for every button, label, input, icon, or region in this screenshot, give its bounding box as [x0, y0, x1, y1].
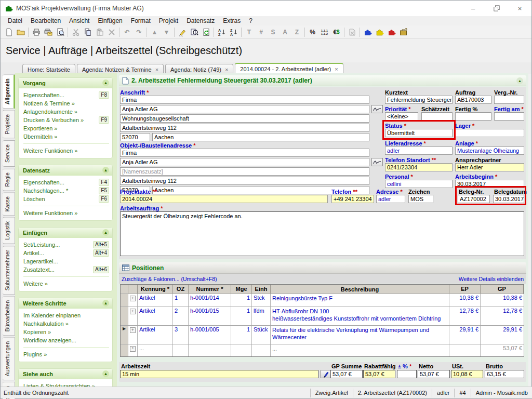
expand-icon[interactable]: +	[130, 296, 136, 301]
telefon-standort-field[interactable]: 0241/23304	[385, 163, 453, 171]
cell-beschreibung[interactable]: HT-Abflußrohr DN 100 heißwasserbeständig…	[271, 307, 449, 325]
cell-mge[interactable]	[231, 344, 252, 356]
cell-einh[interactable]	[252, 344, 271, 356]
cell-ep[interactable]: 10,38 €	[449, 294, 481, 307]
col-kennung[interactable]: Kennung *	[138, 285, 173, 294]
sidebar-item-nachschlagen[interactable]: Nachschlagen... *F5	[23, 187, 109, 195]
edit-button[interactable]	[176, 26, 188, 38]
undo-button[interactable]: ↶	[121, 26, 133, 38]
cell-gp[interactable]: 29,91 €	[481, 326, 524, 344]
new-record-cell[interactable]: *	[128, 344, 138, 356]
menu-bearbeiten[interactable]: Bearbeiten	[26, 16, 65, 25]
format-text-button[interactable]: T	[243, 26, 255, 38]
cell-einh[interactable]: Stck	[252, 294, 271, 307]
col-ep[interactable]: EP	[449, 285, 481, 294]
move-up-button[interactable]: ▲	[149, 26, 161, 38]
cell-mge[interactable]: 1	[231, 307, 252, 325]
sort-descending-button[interactable]: ZA	[228, 26, 240, 38]
tab-agenda-notizen-termine[interactable]: Agenda: Notizen & Termine×	[77, 64, 164, 74]
sidebar-item-lagerartikel[interactable]: Lagerartikel...	[23, 257, 109, 265]
schaetzzeit-field[interactable]	[421, 112, 453, 121]
numbering-button[interactable]: 1.1.1 1.1.2	[318, 26, 330, 38]
sidebar-item-eigenschaften-datensatz[interactable]: Eigenschaften...F4	[23, 178, 109, 187]
menu-einfuegen[interactable]: Einfügen	[94, 16, 126, 25]
briefcase-button[interactable]	[397, 26, 409, 38]
col-beschreibung[interactable]: Beschreibung	[271, 285, 449, 294]
module-tab-bueroarbeiten[interactable]: Büroarbeiten	[3, 296, 15, 336]
cell-kennung[interactable]: Artikel	[138, 307, 173, 325]
belegdatum-field[interactable]: 30.03.2017	[493, 195, 524, 203]
cell-nummer[interactable]: h-0001/015	[189, 307, 231, 325]
sidebar-item-exportieren[interactable]: Exportieren »	[23, 124, 109, 132]
menu-projekt[interactable]: Projekt	[155, 16, 182, 25]
personal-field[interactable]: cellini	[385, 180, 453, 188]
module-tab-service[interactable]: Service	[3, 140, 15, 167]
cell-oz[interactable]: 1	[173, 294, 189, 307]
vergnr-field[interactable]	[494, 96, 524, 104]
redo-button[interactable]: ↷	[133, 26, 145, 38]
rabattfaehig-field[interactable]: 53,07 €	[363, 370, 395, 378]
zuschlaege-faktoren-link[interactable]: Zuschläge & Faktoren... (Umschalt+F8)	[122, 276, 217, 282]
module-tab-kasse[interactable]: Kasse	[3, 192, 15, 216]
col-oz[interactable]: OZ	[173, 285, 189, 294]
cell-gp[interactable]: 12,78 €	[481, 307, 524, 325]
percent-button[interactable]: %	[307, 26, 318, 38]
objekt-strasse-field[interactable]: Adalbertsteinweg 112	[120, 177, 369, 185]
sidebar-item-uebermitteln[interactable]: Übermitteln »	[23, 132, 109, 141]
collapse-icon[interactable]: ▴	[102, 167, 109, 174]
format-s-button[interactable]: S	[267, 26, 279, 38]
row-selector[interactable]	[121, 294, 128, 307]
collapse-icon[interactable]: ▴	[102, 300, 109, 307]
expand-icon[interactable]: +	[130, 327, 136, 333]
sort-ascending-button[interactable]: AZ	[216, 26, 228, 38]
sidebar-item-plugins[interactable]: Plugins »	[23, 350, 109, 358]
open-button[interactable]	[15, 26, 26, 38]
sidebar-item-artikel[interactable]: Artikel...Alt+4	[23, 249, 109, 257]
module-tab-regie[interactable]: Regie	[3, 168, 15, 191]
anschrift-ort-field[interactable]: Aachen	[152, 133, 369, 141]
status-field[interactable]: Übermittelt	[385, 129, 453, 137]
expand-cell[interactable]: +	[128, 326, 138, 344]
copy-button[interactable]	[82, 26, 94, 38]
row-selector[interactable]	[121, 344, 128, 356]
fertig-prozent-field[interactable]	[455, 112, 491, 121]
find-button[interactable]	[188, 26, 200, 38]
cell-beschreibung[interactable]: ...	[271, 344, 449, 356]
close-button[interactable]: ×	[508, 1, 531, 16]
format-a-button[interactable]: A	[279, 26, 291, 38]
sidebar-item-eigenschaften-vorgang[interactable]: Eigenschaften...F8	[23, 91, 109, 99]
anlage-field[interactable]: Musteranlage Ölheizung	[455, 147, 524, 155]
adresse-field[interactable]: adler	[376, 195, 405, 203]
sidebar-item-anlagendokumente[interactable]: Anlagendokumente »	[23, 108, 109, 116]
anschrift-plz-field[interactable]: 52070	[120, 133, 150, 141]
collapse-icon[interactable]: ▴	[102, 79, 109, 86]
module-tab-projekte[interactable]: Projekte	[3, 110, 15, 139]
cell-nummer[interactable]: h-0001/005	[189, 326, 231, 344]
auftrag-field[interactable]: AB170003	[455, 96, 491, 104]
restore-button[interactable]	[485, 1, 508, 16]
module-tab-auswertungen[interactable]: Auswertungen	[3, 337, 15, 380]
section-header[interactable]: Weitere Schritte▴	[19, 298, 112, 309]
module-yellow-button[interactable]	[374, 26, 385, 38]
arbeitszeit-field[interactable]: 15 min	[120, 370, 318, 378]
expand-icon[interactable]: +	[130, 309, 136, 314]
tab-agenda-notiz[interactable]: Agenda: Notiz (749)×	[165, 64, 233, 74]
cell-mge[interactable]: 1	[231, 294, 252, 307]
menu-hilfe[interactable]: ?	[245, 16, 257, 25]
anschrift-name-field[interactable]: Anja Adler AG	[120, 105, 369, 113]
sidebar-item-nachkalkulation[interactable]: Nachkalkulation »	[23, 320, 109, 328]
col-nummer[interactable]: Nummer *	[189, 285, 231, 294]
format-number-button[interactable]: #	[255, 26, 267, 38]
export-button[interactable]	[346, 26, 358, 38]
menu-format[interactable]: Format	[127, 16, 155, 25]
tab-close-icon[interactable]: ×	[155, 67, 158, 72]
cell-oz[interactable]: 2	[173, 307, 189, 325]
ust-field[interactable]: 10,08 €	[451, 370, 483, 378]
sidebar-item-zusatztext[interactable]: Zusatztext...Alt+6	[23, 265, 109, 274]
sidebar-item-loeschen[interactable]: LöschenF6	[23, 195, 109, 203]
new-button[interactable]	[3, 26, 15, 38]
tab-arbeitszettel[interactable]: 2014.00024 - 2. Arbeitszettel (adler)×	[235, 63, 343, 74]
expand-cell[interactable]: +	[128, 294, 138, 307]
col-mge[interactable]: Mge	[231, 285, 252, 294]
col-gp[interactable]: GP	[481, 285, 524, 294]
